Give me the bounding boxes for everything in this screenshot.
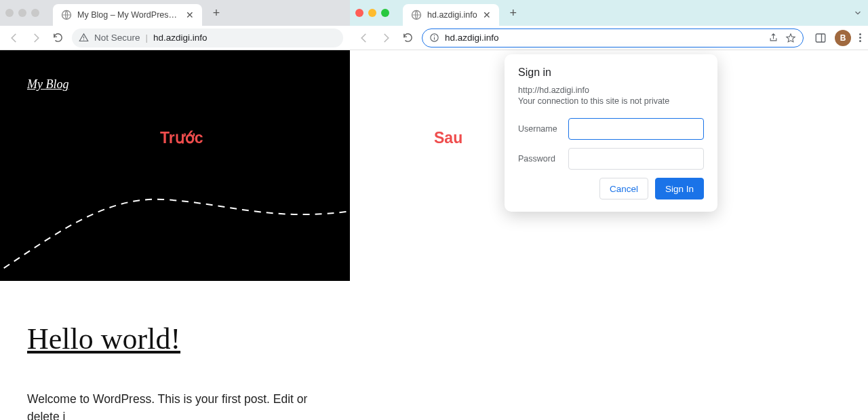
not-secure-icon [79,33,89,43]
tab-title: My Blog – My WordPress Blog [77,10,180,20]
close-tab-icon[interactable]: ✕ [186,9,194,20]
back-button[interactable] [7,31,22,45]
traffic-lights [5,9,39,17]
dashed-curve-decoration [0,166,350,281]
minimize-window-dot[interactable] [368,9,376,17]
forward-button[interactable] [28,31,43,45]
chevron-down-icon[interactable] [853,8,863,18]
svg-point-2 [83,39,84,40]
globe-icon [411,9,422,20]
omnibox-separator: | [146,33,149,43]
hero-section: My Blog Trước [0,50,350,281]
overlay-label-before: Trước [160,129,203,147]
url-text: hd.azdigi.info [445,33,499,43]
cancel-button[interactable]: Cancel [599,178,648,199]
browser-tab[interactable]: hd.azdigi.info ✕ [403,4,499,26]
minimize-window-dot[interactable] [18,9,26,17]
globe-icon [61,9,72,20]
post-heading[interactable]: Hello world! [27,322,323,356]
page-content: My Blog Trước Hello world! Welcome to Wo… [0,50,350,420]
browser-window-right: hd.azdigi.info ✕ + hd.azdigi.info [350,0,868,420]
post-excerpt: Welcome to WordPress. This is your first… [27,390,323,420]
auth-dialog-site: http://hd.azdigi.info [518,85,704,95]
tab-title: hd.azdigi.info [427,10,477,20]
auth-dialog-warning: Your connection to this site is not priv… [518,96,704,106]
bookmark-star-icon[interactable] [785,33,796,43]
browser-tab[interactable]: My Blog – My WordPress Blog ✕ [53,4,202,26]
password-label: Password [518,154,560,164]
toolbar: hd.azdigi.info B [350,26,868,50]
reload-button[interactable] [400,31,415,45]
profile-avatar[interactable]: B [835,30,851,46]
info-icon[interactable] [429,33,439,43]
tab-bar: My Blog – My WordPress Blog ✕ + [0,0,350,26]
article: Hello world! Welcome to WordPress. This … [0,281,350,420]
new-tab-button[interactable]: + [208,4,225,22]
close-window-dot[interactable] [5,9,14,17]
new-tab-button[interactable]: + [505,4,522,22]
address-bar[interactable]: Not Secure | hd.azdigi.info [72,28,343,47]
maximize-window-dot[interactable] [31,9,39,17]
reload-button[interactable] [50,31,65,45]
close-tab-icon[interactable]: ✕ [483,9,491,20]
side-panel-icon[interactable] [814,32,827,44]
security-warning-text: Not Secure [94,33,140,43]
back-button[interactable] [357,31,372,45]
password-input[interactable] [568,148,704,170]
toolbar: Not Secure | hd.azdigi.info [0,26,350,50]
forward-button[interactable] [378,31,393,45]
browser-window-left: My Blog – My WordPress Blog ✕ + Not Secu… [0,0,350,420]
tab-bar: hd.azdigi.info ✕ + [350,0,868,26]
username-label: Username [518,124,560,134]
avatar-initial: B [840,33,846,43]
svg-point-6 [434,35,435,37]
url-text: hd.azdigi.info [153,33,208,43]
overlay-label-after: Sau [434,129,462,147]
auth-dialog-title: Sign in [518,66,704,79]
http-auth-dialog: Sign in http://hd.azdigi.info Your conne… [505,54,717,212]
username-input[interactable] [568,118,704,140]
sign-in-button[interactable]: Sign In [655,178,704,199]
kebab-menu-icon[interactable] [859,33,861,42]
maximize-window-dot[interactable] [381,9,389,17]
traffic-lights [355,9,389,17]
svg-rect-7 [816,34,825,42]
close-window-dot[interactable] [355,9,363,17]
page-content: Sau Sign in http://hd.azdigi.info Your c… [350,50,868,420]
site-title-link[interactable]: My Blog [27,77,68,91]
address-bar[interactable]: hd.azdigi.info [422,28,804,47]
share-icon[interactable] [768,33,778,43]
